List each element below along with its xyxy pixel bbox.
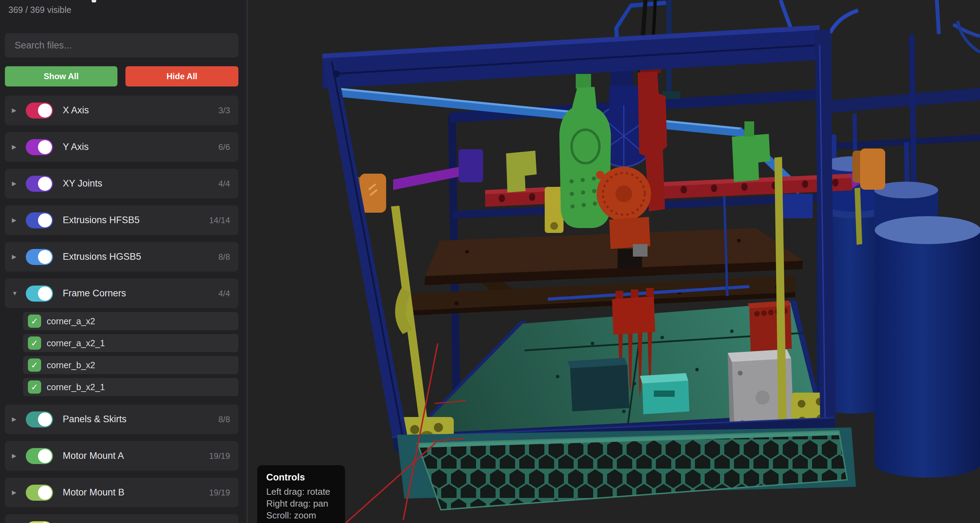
group-toggle[interactable] — [26, 249, 53, 265]
file-group-row[interactable]: ▶ Z Axis 17/17 — [5, 514, 239, 523]
expand-arrow-icon[interactable]: ▶ — [12, 107, 21, 114]
group-count: 19/19 — [209, 488, 230, 497]
group-toggle[interactable] — [26, 521, 53, 523]
group-toggle[interactable] — [26, 411, 53, 427]
page-title-fragment — [92, 0, 96, 2]
expand-arrow-icon[interactable]: ▼ — [12, 290, 21, 297]
file-sub-row[interactable]: ✓ corner_a_x2_1 — [23, 334, 239, 352]
file-group-list: ▶ X Axis 3/3 ▶ Y Axis 6/6 ▶ XY Joints 4/… — [5, 96, 239, 523]
toggle-knob-icon — [38, 449, 52, 463]
file-group-row[interactable]: ▶ Panels & Skirts 8/8 — [5, 405, 239, 434]
expand-arrow-icon[interactable]: ▶ — [12, 489, 21, 496]
group-toggle[interactable] — [26, 485, 53, 501]
controls-tooltip: Controls Left drag: rotate Right drag: p… — [257, 465, 345, 523]
expand-arrow-icon[interactable]: ▶ — [12, 180, 21, 187]
tooltip-line-pan: Right drag: pan — [266, 497, 336, 509]
toggle-knob-icon — [38, 177, 52, 191]
group-subitems: ✓ corner_a_x2 ✓ corner_a_x2_1 ✓ corner_b… — [23, 312, 239, 396]
expand-arrow-icon[interactable]: ▶ — [12, 452, 21, 459]
toggle-knob-icon — [38, 250, 52, 264]
group-label: XY Joints — [63, 178, 102, 189]
search-input[interactable] — [5, 33, 239, 57]
3d-viewport-canvas[interactable] — [247, 0, 980, 523]
toggle-knob-icon — [38, 104, 52, 118]
subitem-checkbox[interactable]: ✓ — [28, 380, 41, 394]
visible-count-summary: 369 / 369 visible — [8, 5, 72, 15]
hide-all-button[interactable]: Hide All — [126, 66, 239, 86]
group-label: X Axis — [63, 105, 89, 116]
file-sub-row[interactable]: ✓ corner_b_x2_1 — [23, 378, 239, 396]
expand-arrow-icon[interactable]: ▶ — [12, 253, 21, 260]
group-toggle[interactable] — [26, 139, 53, 155]
toggle-knob-icon — [38, 413, 52, 426]
file-group-row[interactable]: ▼ Frame Corners 4/4 — [5, 279, 239, 308]
group-count: 19/19 — [209, 451, 230, 461]
subitem-checkbox[interactable]: ✓ — [28, 314, 41, 328]
3d-viewport[interactable]: Controls Left drag: rotate Right drag: p… — [247, 0, 980, 523]
subitem-label: corner_b_x2 — [47, 360, 95, 370]
file-group-row[interactable]: ▶ XY Joints 4/4 — [5, 169, 239, 198]
subitem-label: corner_b_x2_1 — [47, 382, 105, 392]
group-toggle[interactable] — [26, 212, 53, 228]
expand-arrow-icon[interactable]: ▶ — [12, 217, 21, 224]
file-sub-row[interactable]: ✓ corner_b_x2 — [23, 356, 239, 374]
file-sub-row[interactable]: ✓ corner_a_x2 — [23, 312, 239, 330]
subitem-checkbox[interactable]: ✓ — [28, 336, 41, 350]
group-count: 3/3 — [218, 106, 230, 115]
group-count: 8/8 — [218, 415, 230, 424]
group-label: Motor Mount A — [63, 450, 124, 461]
group-count: 4/4 — [218, 289, 230, 298]
file-group-row[interactable]: ▶ Y Axis 6/6 — [5, 132, 239, 162]
group-toggle[interactable] — [26, 102, 53, 118]
group-toggle[interactable] — [26, 448, 53, 464]
file-group-row[interactable]: ▶ Motor Mount A 19/19 — [5, 441, 239, 471]
tooltip-title: Controls — [266, 472, 336, 483]
show-all-button[interactable]: Show All — [5, 66, 118, 86]
file-list-sidebar: 369 / 369 visible Show All Hide All ▶ X … — [0, 0, 247, 523]
subitem-label: corner_a_x2 — [47, 316, 95, 326]
file-group-row[interactable]: ▶ Motor Mount B 19/19 — [5, 478, 239, 507]
bulk-action-buttons: Show All Hide All — [5, 66, 239, 86]
group-label: Frame Corners — [63, 288, 126, 299]
group-label: Panels & Skirts — [63, 414, 127, 425]
group-count: 4/4 — [218, 179, 230, 189]
expand-arrow-icon[interactable]: ▶ — [12, 416, 21, 423]
group-toggle[interactable] — [26, 176, 53, 192]
file-group-row[interactable]: ▶ X Axis 3/3 — [5, 96, 239, 125]
group-count: 6/6 — [218, 142, 230, 152]
group-label: Extrusions HFSB5 — [63, 215, 140, 226]
toggle-knob-icon — [38, 140, 52, 154]
stl-viewer-app: 369 / 369 visible Show All Hide All ▶ X … — [0, 0, 980, 523]
subitem-label: corner_a_x2_1 — [47, 338, 105, 348]
group-toggle[interactable] — [26, 285, 53, 301]
group-label: Y Axis — [63, 142, 89, 152]
subitem-checkbox[interactable]: ✓ — [28, 359, 41, 372]
file-group-row[interactable]: ▶ Extrusions HGSB5 8/8 — [5, 242, 239, 272]
group-label: Motor Mount B — [63, 487, 124, 498]
toggle-knob-icon — [38, 214, 52, 227]
toggle-knob-icon — [38, 287, 52, 301]
group-count: 8/8 — [218, 252, 230, 262]
tooltip-line-rotate: Left drag: rotate — [266, 486, 336, 497]
tooltip-line-zoom: Scroll: zoom — [266, 509, 336, 521]
group-label: Extrusions HGSB5 — [63, 251, 141, 262]
group-count: 14/14 — [209, 215, 230, 225]
file-group-row[interactable]: ▶ Extrusions HFSB5 14/14 — [5, 206, 239, 235]
expand-arrow-icon[interactable]: ▶ — [12, 143, 21, 151]
toggle-knob-icon — [38, 486, 52, 500]
